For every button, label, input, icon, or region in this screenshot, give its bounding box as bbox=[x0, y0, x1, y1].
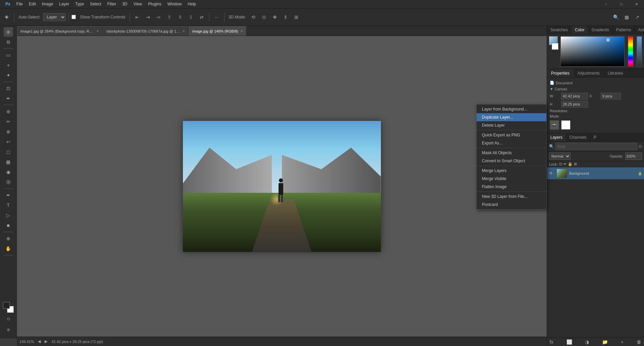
menu-help[interactable]: Help bbox=[185, 1, 199, 7]
color-gradient-picker[interactable] bbox=[560, 36, 625, 67]
lock-pixels-icon[interactable]: ⊡ bbox=[559, 162, 562, 166]
artboard-tool[interactable]: ⧉ bbox=[4, 37, 13, 47]
history-brush[interactable]: ↩ bbox=[4, 137, 13, 146]
nav-next[interactable]: ▶ bbox=[45, 339, 47, 344]
canvas-x-input[interactable] bbox=[601, 93, 621, 99]
layer-mask-button[interactable]: ⬜ bbox=[566, 339, 572, 345]
tab-imagejpg[interactable]: image.jpg @ 146% (RGB/8) ✕ bbox=[189, 26, 247, 36]
ctx-new-3d[interactable]: New 3D Layer from File... bbox=[477, 192, 546, 201]
quick-mask-button[interactable]: ⊡ bbox=[4, 314, 13, 323]
align-bottom-button[interactable]: ⇩ bbox=[186, 12, 196, 22]
lasso-tool[interactable]: ⌖ bbox=[4, 60, 13, 70]
ctx-flatten[interactable]: Flatten Image bbox=[477, 183, 546, 191]
menu-layer[interactable]: Layer bbox=[56, 1, 72, 7]
share-button[interactable]: ↗ bbox=[633, 12, 642, 22]
tab-swatches[interactable]: Swatches bbox=[547, 26, 572, 34]
minimize-button[interactable]: − bbox=[599, 0, 614, 8]
bg-color-box[interactable] bbox=[552, 43, 558, 50]
lock-position-icon[interactable]: ✒ bbox=[563, 162, 566, 166]
distribute-button[interactable]: ⇄ bbox=[197, 12, 206, 22]
tab-libraries[interactable]: Libraries bbox=[604, 69, 627, 77]
move-tool-icon[interactable]: ✚ bbox=[2, 12, 11, 22]
fg-bg-colors[interactable] bbox=[3, 302, 14, 313]
align-left-button[interactable]: ⇤ bbox=[133, 12, 142, 22]
workspace-button[interactable]: ▦ bbox=[622, 12, 631, 22]
blur-tool[interactable]: ◉ bbox=[4, 167, 13, 177]
tab-istockphoto-close[interactable]: ✕ bbox=[182, 29, 185, 33]
ctx-duplicate-layer[interactable]: Duplicate Layer... bbox=[477, 113, 546, 121]
ctx-convert-smart[interactable]: Convert to Smart Object bbox=[477, 157, 546, 165]
alpha-bar[interactable] bbox=[637, 36, 642, 67]
align-middle-v-button[interactable]: ⇳ bbox=[176, 12, 185, 22]
close-button[interactable]: ✕ bbox=[629, 0, 644, 8]
more-options-button[interactable]: ··· bbox=[212, 12, 221, 22]
opacity-input[interactable] bbox=[625, 153, 642, 160]
ctx-export-as[interactable]: Export As... bbox=[477, 139, 546, 147]
layer-select[interactable]: Layer Group bbox=[43, 13, 66, 21]
menu-image[interactable]: Image bbox=[39, 1, 56, 7]
align-top-button[interactable]: ⇧ bbox=[165, 12, 174, 22]
tab-image1-close[interactable]: ✕ bbox=[96, 29, 99, 33]
tab-channels[interactable]: Channels bbox=[566, 133, 590, 141]
maximize-button[interactable]: □ bbox=[614, 0, 629, 8]
path-select-tool[interactable]: ▷ bbox=[4, 211, 13, 220]
shape-tool[interactable]: ■ bbox=[4, 221, 13, 230]
3d-scale-button[interactable]: ⊞ bbox=[292, 12, 301, 22]
tab-gradients[interactable]: Gradients bbox=[588, 26, 613, 34]
search-button[interactable]: 🔍 bbox=[611, 12, 621, 22]
nav-prev[interactable]: ◀ bbox=[38, 339, 41, 344]
new-layer-button[interactable]: + bbox=[621, 339, 624, 345]
ctx-mask-all[interactable]: Mask All Objects bbox=[477, 149, 546, 157]
dodge-tool[interactable]: ⦿ bbox=[4, 177, 13, 187]
menu-select[interactable]: Select bbox=[87, 1, 104, 7]
tab-properties[interactable]: Properties bbox=[547, 69, 574, 77]
tab-paths[interactable]: P bbox=[590, 133, 600, 141]
align-center-h-button[interactable]: ⇥ bbox=[143, 12, 153, 22]
tab-layers[interactable]: Layers bbox=[547, 133, 566, 141]
layer-background[interactable]: 👁 Background 🔒 bbox=[547, 167, 644, 180]
quick-select-tool[interactable]: ✦ bbox=[4, 71, 13, 80]
delete-layer-button[interactable]: 🗑 bbox=[637, 339, 641, 345]
canvas-w-input[interactable] bbox=[561, 93, 588, 99]
lock-artboard-icon[interactable]: ⊞ bbox=[574, 162, 577, 166]
menu-view[interactable]: View bbox=[131, 1, 145, 7]
ctx-delete-layer[interactable]: Delete Layer bbox=[477, 121, 546, 129]
3d-rotate-button[interactable]: ⟲ bbox=[249, 12, 258, 22]
layer-style-button[interactable]: fx bbox=[550, 339, 553, 345]
ctx-quick-export[interactable]: Quick Export as PNG bbox=[477, 131, 546, 139]
eyedropper-tool[interactable]: ✒ bbox=[4, 94, 13, 103]
ctx-layer-from-bg[interactable]: Layer from Background... bbox=[477, 105, 546, 113]
tab-adjustments[interactable]: Adjustments bbox=[574, 69, 604, 77]
brush-tool[interactable]: ✏ bbox=[4, 117, 13, 126]
adjustment-layer-button[interactable]: ◑ bbox=[585, 339, 589, 345]
canvas-h-input[interactable] bbox=[561, 101, 588, 107]
canvas-section[interactable]: ▼ Canvas bbox=[550, 86, 641, 92]
group-layer-button[interactable]: 📁 bbox=[602, 339, 608, 345]
3d-slide-button[interactable]: ⇕ bbox=[281, 12, 290, 22]
menu-plugins[interactable]: Plugins bbox=[145, 1, 164, 7]
tab-patterns[interactable]: Patterns bbox=[613, 26, 635, 34]
tab-actions[interactable]: Actions bbox=[635, 26, 644, 34]
lock-all-icon[interactable]: 🔒 bbox=[568, 162, 573, 166]
menu-edit[interactable]: Edit bbox=[26, 1, 39, 7]
show-transform-checkbox[interactable] bbox=[71, 15, 76, 19]
document-section[interactable]: 📄 Document bbox=[550, 80, 641, 86]
3d-pan-button[interactable]: ✥ bbox=[270, 12, 280, 22]
crop-tool[interactable]: ⊡ bbox=[4, 84, 13, 93]
type-tool[interactable]: T bbox=[4, 201, 13, 210]
ctx-merge-visible[interactable]: Merge Visible bbox=[477, 175, 546, 183]
pen-tool[interactable]: ✒ bbox=[4, 190, 13, 200]
layer-visibility-icon[interactable]: 👁 bbox=[549, 171, 554, 176]
hue-bar[interactable] bbox=[628, 36, 633, 67]
layer-filter-icon[interactable]: ⊟ bbox=[639, 144, 642, 149]
fg-color[interactable] bbox=[3, 302, 10, 309]
heal-tool[interactable]: ⊛ bbox=[4, 107, 13, 116]
menu-file[interactable]: File bbox=[14, 1, 26, 7]
align-right-button[interactable]: ⇨ bbox=[154, 12, 163, 22]
screen-mode-button[interactable]: ⊞ bbox=[4, 325, 13, 334]
menu-window[interactable]: Window bbox=[165, 1, 185, 7]
ctx-postcard[interactable]: Postcard bbox=[477, 201, 546, 209]
move-tool[interactable]: ⊕ bbox=[4, 27, 13, 37]
gradient-tool[interactable]: ▦ bbox=[4, 157, 13, 167]
eraser-tool[interactable]: ◻ bbox=[4, 147, 13, 157]
